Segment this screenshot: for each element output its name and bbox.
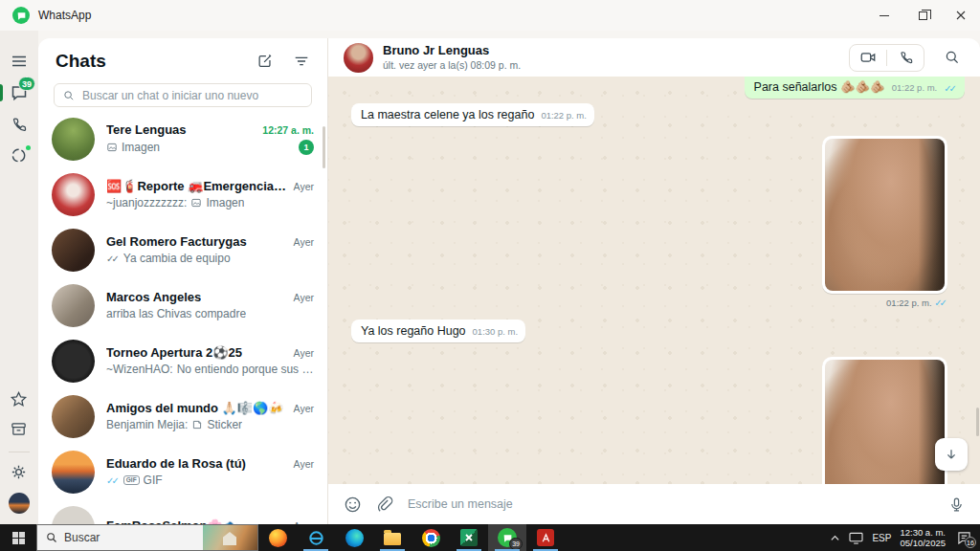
chat-preview: GIF: [144, 474, 163, 487]
sticker-icon: [191, 419, 203, 430]
emoji-icon[interactable]: [344, 496, 362, 514]
search-in-chat-icon[interactable]: [938, 43, 967, 72]
chat-search-bar[interactable]: [54, 83, 312, 107]
calls-tab-icon[interactable]: [10, 116, 29, 135]
message-time: 01:22 p. m.: [892, 82, 938, 94]
message-time: 01:22 p. m.: [541, 110, 587, 121]
avatar: [52, 173, 95, 216]
chat-time: Ayer: [288, 458, 314, 470]
start-button[interactable]: [0, 524, 36, 551]
menu-icon[interactable]: [10, 52, 29, 71]
chat-row-tere[interactable]: Tere Lenguas12:27 a. m. Imagen 1: [38, 111, 327, 166]
windows-taskbar: 39 ESP 12:30 a. m. 05/10/2025 16: [0, 524, 980, 551]
taskbar-whatsapp-icon[interactable]: 39: [488, 524, 526, 551]
taskbar-search-input[interactable]: [64, 531, 169, 544]
message-outgoing-image[interactable]: [822, 357, 947, 484]
settings-icon[interactable]: [10, 463, 29, 482]
chat-name: Gel Romero Facturygas: [106, 234, 247, 249]
chat-preview: No entiendo porque sus a...: [177, 363, 314, 376]
tray-clock[interactable]: 12:30 a. m. 05/10/2025: [900, 527, 946, 548]
chat-row-famrosa[interactable]: FamRosaSalmon🌸🐟Ayer: [38, 499, 327, 524]
scroll-to-bottom-button[interactable]: [935, 438, 968, 471]
taskbar-acrobat-icon[interactable]: [526, 524, 565, 551]
voice-call-button[interactable]: [887, 44, 924, 72]
unread-badge: 1: [299, 140, 314, 155]
read-ticks-icon: ✓✓: [944, 83, 957, 94]
contact-avatar[interactable]: [344, 43, 373, 73]
search-icon: [46, 532, 57, 543]
message-outgoing-text[interactable]: Para señalarlos 🫵🏼🫵🏼🫵🏼 01:22 p. m. ✓✓: [745, 77, 965, 99]
avatar: [52, 395, 95, 438]
taskbar-search-box[interactable]: [36, 524, 258, 551]
chat-time: Ayer: [288, 403, 314, 414]
photo-baby[interactable]: [825, 139, 945, 291]
taskbar-file-explorer-icon[interactable]: [373, 524, 412, 551]
tray-display-icon[interactable]: [849, 532, 863, 544]
avatar: [52, 229, 95, 272]
taskbar-edge-icon[interactable]: [335, 524, 373, 551]
profile-avatar[interactable]: [9, 493, 30, 514]
chat-row-amigos[interactable]: Amigos del mundo 🙏🏻🎼🌎🍻Ayer Benjamin Meji…: [38, 388, 327, 444]
chat-sender: ~juanjozzzzzzz:: [106, 196, 187, 209]
chat-row-torneo[interactable]: Torneo Apertura 2⚽25Ayer ~WizenHAO:No en…: [38, 333, 327, 388]
contact-name: Bruno Jr Lenguas: [383, 43, 521, 58]
starred-messages-icon[interactable]: [10, 390, 29, 409]
message-incoming-text[interactable]: Ya los regaño Hugo 01:30 p. m.: [351, 320, 525, 342]
chat-preview: Ya cambia de equipo: [123, 252, 231, 265]
minimize-button[interactable]: [865, 0, 903, 31]
conversation-scrollbar[interactable]: [976, 408, 979, 436]
taskbar-ie-icon[interactable]: [297, 524, 335, 551]
archived-chats-icon[interactable]: [10, 420, 29, 439]
tray-date: 05/10/2025: [900, 538, 946, 548]
message-text: Ya los regaño Hugo: [361, 324, 466, 338]
conversation-header[interactable]: Bruno Jr Lenguas últ. vez ayer a la(s) 0…: [328, 38, 980, 77]
chat-name: 🆘🧯Reporte 🚒Emergencias🧯 V...: [106, 179, 288, 193]
read-ticks-icon: ✓✓: [934, 298, 947, 308]
message-input[interactable]: [408, 497, 934, 511]
tray-chevron-icon[interactable]: [830, 533, 840, 543]
chat-row-reporte[interactable]: 🆘🧯Reporte 🚒Emergencias🧯 V...Ayer ~juanjo…: [38, 166, 327, 222]
taskbar-excel-icon[interactable]: [450, 524, 488, 551]
message-time: 01:30 p. m.: [473, 326, 519, 338]
photo-baby[interactable]: [825, 360, 945, 484]
message-incoming-text[interactable]: La maestra celene ya los regaño 01:22 p.…: [351, 103, 594, 126]
filter-chats-icon[interactable]: [293, 53, 310, 70]
chat-name: Torneo Apertura 2⚽25: [106, 345, 242, 360]
chat-list-scrollbar[interactable]: [323, 126, 325, 168]
restore-button[interactable]: [903, 0, 942, 31]
video-call-button[interactable]: [850, 44, 886, 72]
action-center-icon[interactable]: 16: [954, 529, 973, 546]
chat-list-panel: Chats Tere Lenguas12:27 a. m.: [38, 38, 328, 524]
search-highlight-image[interactable]: [203, 525, 257, 550]
status-new-dot: [26, 145, 31, 150]
language-indicator[interactable]: ESP: [872, 533, 891, 543]
chats-tab-icon[interactable]: 39: [10, 83, 29, 102]
chat-time: Ayer: [288, 292, 314, 303]
message-area: Para señalarlos 🫵🏼🫵🏼🫵🏼 01:22 p. m. ✓✓ La…: [328, 77, 980, 484]
chat-row-eduardo[interactable]: Eduardo de la Rosa (tú)Ayer ✓✓ GIF GIF: [38, 444, 327, 499]
avatar: [52, 451, 95, 494]
gif-badge-icon: GIF: [123, 475, 140, 486]
chat-row-marcos[interactable]: Marcos AngelesAyer arriba las Chivas com…: [38, 277, 327, 333]
attach-icon[interactable]: [376, 496, 393, 513]
conversation-panel: Bruno Jr Lenguas últ. vez ayer a la(s) 0…: [328, 38, 980, 524]
chat-time: 12:27 a. m.: [256, 124, 314, 136]
whatsapp-logo-icon: [12, 7, 30, 24]
composer-bar: [328, 484, 980, 524]
taskbar-chrome-icon[interactable]: [412, 524, 450, 551]
taskbar-firefox-icon[interactable]: [258, 524, 297, 551]
avatar: [52, 118, 95, 161]
message-outgoing-image[interactable]: 01:22 p. m. ✓✓: [822, 136, 947, 308]
close-button[interactable]: [942, 0, 980, 31]
mic-icon[interactable]: [948, 496, 965, 513]
window-title: WhatsApp: [38, 9, 91, 22]
chat-preview: Sticker: [207, 418, 242, 431]
nav-rail: 39: [0, 31, 38, 524]
new-chat-icon[interactable]: [256, 53, 274, 70]
chat-row-gel[interactable]: Gel Romero FacturygasAyer ✓✓Ya cambia de…: [38, 222, 327, 277]
whatsapp-window: WhatsApp 39: [0, 0, 980, 524]
status-tab-icon[interactable]: [10, 146, 29, 165]
chat-search-input[interactable]: [82, 89, 302, 102]
chats-title: Chats: [56, 51, 106, 72]
message-text: La maestra celene ya los regaño: [361, 108, 534, 121]
